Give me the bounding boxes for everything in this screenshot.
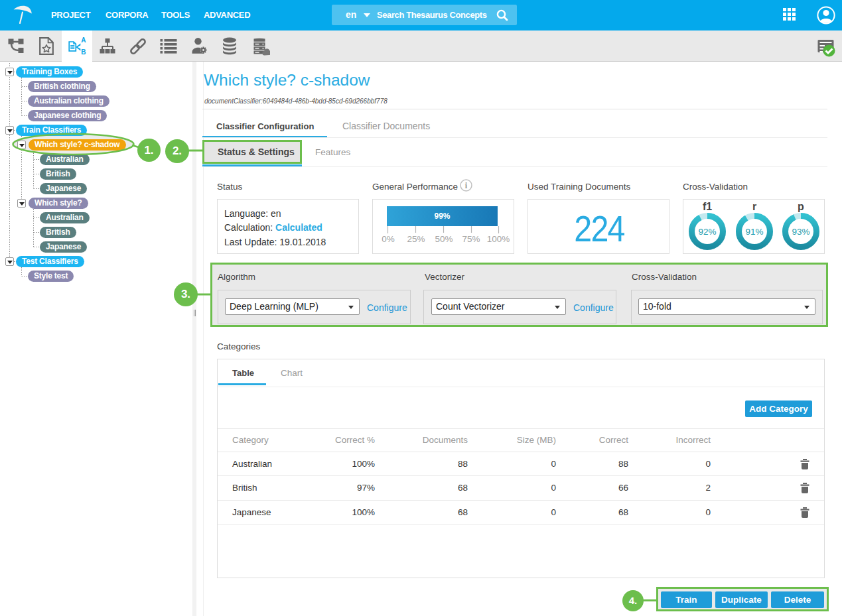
svg-text:93%: 93% <box>792 227 809 237</box>
svg-text:0%: 0% <box>382 234 395 244</box>
svg-text:p: p <box>798 201 804 212</box>
svg-text:B: B <box>81 48 86 56</box>
svg-text:A: A <box>81 36 86 44</box>
svg-text:91%: 91% <box>745 227 763 237</box>
svg-text:92%: 92% <box>698 227 716 237</box>
svg-text:100%: 100% <box>487 234 510 244</box>
svg-text:50%: 50% <box>435 234 453 244</box>
svg-text:75%: 75% <box>462 234 480 244</box>
svg-text:25%: 25% <box>407 234 425 244</box>
svg-text:99%: 99% <box>434 212 450 221</box>
svg-text:r: r <box>752 201 756 212</box>
svg-text:f1: f1 <box>703 201 712 212</box>
svg-text:i: i <box>465 181 468 190</box>
